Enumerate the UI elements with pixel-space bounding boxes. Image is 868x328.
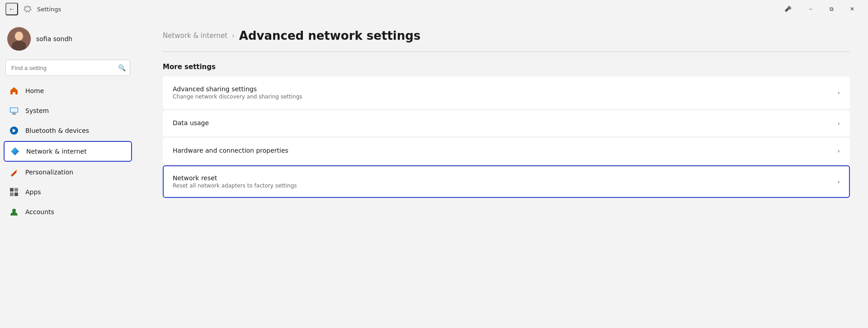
window-controls: − ⧉ ✕ [800, 2, 863, 16]
user-profile[interactable]: sofia sondh [0, 22, 136, 60]
titlebar: ← Settings − ⧉ ✕ [0, 0, 868, 18]
advanced-sharing-desc: Change network discovery and sharing set… [173, 94, 302, 100]
settings-item-network-reset[interactable]: Network reset Reset all network adapters… [163, 165, 850, 198]
hammer-icon [784, 4, 795, 15]
data-usage-title: Data usage [173, 119, 209, 127]
apps-icon [9, 187, 19, 197]
sidebar-item-personalization-label: Personalization [25, 169, 73, 176]
svg-rect-15 [14, 192, 18, 196]
chevron-right-icon: › [837, 89, 840, 96]
network-icon [10, 146, 20, 156]
sidebar-item-bluetooth-label: Bluetooth & devices [25, 127, 89, 134]
sidebar-item-system-label: System [25, 107, 49, 114]
svg-marker-11 [11, 147, 19, 155]
sidebar-item-accounts-label: Accounts [25, 208, 54, 216]
settings-list: Advanced sharing settings Change network… [163, 76, 850, 198]
more-settings-label: More settings [163, 63, 850, 71]
system-icon [9, 106, 19, 116]
settings-item-advanced-sharing[interactable]: Advanced sharing settings Change network… [163, 76, 850, 109]
network-reset-desc: Reset all network adapters to factory se… [173, 183, 297, 189]
minimize-button[interactable]: − [800, 2, 821, 16]
main-layout: sofia sondh 🔍 Home [0, 18, 868, 328]
accounts-icon [9, 207, 19, 217]
close-button[interactable]: ✕ [842, 2, 863, 16]
chevron-right-icon: › [837, 178, 840, 185]
svg-rect-9 [10, 108, 18, 112]
svg-rect-14 [10, 192, 14, 196]
chevron-right-icon: › [837, 120, 840, 127]
breadcrumb-separator: › [232, 32, 235, 39]
svg-rect-7 [13, 113, 15, 114]
svg-rect-8 [12, 114, 16, 115]
search-input[interactable] [5, 60, 130, 76]
sidebar-item-network-label: Network & internet [26, 148, 87, 155]
breadcrumb-parent[interactable]: Network & internet [163, 32, 227, 40]
username: sofia sondh [36, 35, 72, 42]
sidebar-item-home[interactable]: Home [4, 81, 132, 100]
sidebar-item-network[interactable]: Network & internet [4, 141, 132, 162]
sidebar-item-system[interactable]: System [4, 101, 132, 120]
settings-item-hardware[interactable]: Hardware and connection properties › [163, 138, 850, 164]
chevron-right-icon: › [837, 147, 840, 155]
sidebar-item-home-label: Home [25, 87, 44, 94]
window-title: Settings [37, 6, 780, 13]
settings-item-data-usage[interactable]: Data usage › [163, 110, 850, 136]
sidebar-item-apps[interactable]: Apps [4, 183, 132, 201]
sidebar-nav: Home System [0, 81, 136, 221]
page-title: Advanced network settings [239, 29, 421, 42]
bluetooth-icon [9, 126, 19, 136]
home-icon [9, 86, 19, 96]
sidebar-item-personalization[interactable]: Personalization [4, 163, 132, 182]
svg-point-16 [12, 209, 16, 212]
avatar [7, 27, 31, 51]
sidebar-item-bluetooth[interactable]: Bluetooth & devices [4, 121, 132, 140]
svg-rect-12 [10, 188, 14, 192]
personalization-icon [9, 167, 19, 177]
search-container: 🔍 [5, 60, 130, 76]
divider [163, 52, 850, 52]
hardware-title: Hardware and connection properties [173, 147, 288, 154]
sidebar-item-accounts[interactable]: Accounts [4, 202, 132, 221]
back-button[interactable]: ← [5, 3, 18, 15]
advanced-sharing-title: Advanced sharing settings [173, 85, 302, 93]
main-content: Network & internet › Advanced network se… [136, 18, 868, 328]
settings-icon [24, 5, 32, 13]
network-reset-title: Network reset [173, 174, 297, 182]
breadcrumb: Network & internet › Advanced network se… [163, 18, 850, 52]
maximize-button[interactable]: ⧉ [821, 2, 842, 16]
svg-rect-13 [14, 188, 18, 192]
sidebar-item-apps-label: Apps [25, 188, 41, 196]
sidebar: sofia sondh 🔍 Home [0, 18, 136, 328]
